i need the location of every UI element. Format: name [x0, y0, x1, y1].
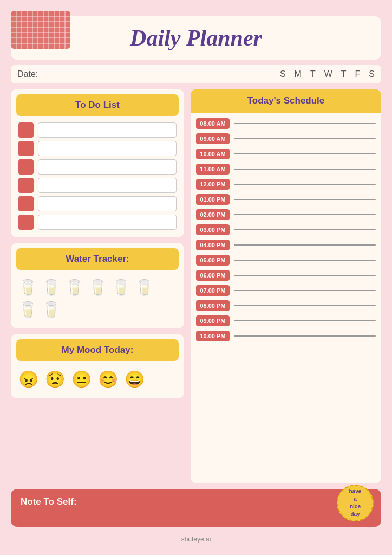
cup-1[interactable]: 🥛 [18, 279, 37, 296]
cup-4[interactable]: 🥛 [88, 279, 107, 296]
schedule-row: 09.00 PM [191, 313, 381, 328]
left-column: To Do List [11, 89, 184, 483]
footer: shuteye.ai [11, 532, 381, 544]
todo-line-6[interactable] [38, 215, 177, 230]
time-0200pm: 02.00 PM [196, 209, 230, 220]
schedule-body: 08.00 AM 09.00 AM 10.00 AM 11.00 AM 12.0… [191, 113, 381, 483]
mood-section: My Mood Today: 😠 😟 😐 😊 😄 [11, 334, 184, 398]
time-0300pm: 03.00 PM [196, 224, 230, 235]
badge-line3: nice [350, 503, 361, 511]
cup-8[interactable]: 🥛 [42, 301, 61, 319]
nice-day-badge: have a nice day [337, 485, 374, 521]
mood-very-happy[interactable]: 😄 [125, 370, 145, 389]
time-1000am: 10.00 AM [196, 149, 230, 159]
schedule-row: 10.00 PM [191, 328, 381, 344]
schedule-line-0500[interactable] [234, 260, 376, 261]
schedule-row: 09.00 AM [191, 131, 381, 146]
schedule-row: 10.00 AM [191, 146, 381, 162]
days-row: S M T W T F S [280, 69, 375, 79]
day-M: M [295, 69, 302, 79]
badge-line4: day [350, 511, 360, 518]
schedule-section: Today's Schedule 08.00 AM 09.00 AM 10.00… [191, 89, 381, 483]
mood-happy[interactable]: 😊 [98, 370, 118, 389]
schedule-line-0900pm[interactable] [234, 320, 376, 321]
page-title: Daily Planner [130, 25, 262, 50]
schedule-row: 08.00 PM [191, 298, 381, 313]
schedule-row: 07.00 PM [191, 283, 381, 298]
schedule-line-0800pm[interactable] [234, 305, 376, 306]
cup-3[interactable]: 🥛 [65, 279, 84, 296]
schedule-line-1000pm[interactable] [234, 335, 376, 337]
mood-header: My Mood Today: [16, 339, 179, 361]
schedule-row: 03.00 PM [191, 222, 381, 237]
todo-line-4[interactable] [38, 178, 177, 193]
time-0600pm: 06.00 PM [196, 270, 230, 281]
schedule-line-0300[interactable] [234, 229, 376, 230]
todo-header: To Do List [16, 94, 179, 116]
schedule-line-0700[interactable] [234, 290, 376, 291]
time-0800am: 08.00 AM [196, 118, 230, 129]
day-T1: T [310, 69, 316, 79]
time-0900am: 09.00 AM [196, 133, 230, 144]
schedule-row: 08.00 AM [191, 116, 381, 131]
schedule-row: 01.00 PM [191, 192, 381, 207]
time-1200pm: 12.00 PM [196, 179, 230, 190]
todo-checkbox-2[interactable] [18, 141, 34, 156]
todo-line-3[interactable] [38, 159, 177, 175]
schedule-line-0200[interactable] [234, 214, 376, 215]
grid-decoration [11, 11, 70, 49]
schedule-row: 04.00 PM [191, 237, 381, 253]
mood-angry[interactable]: 😠 [18, 370, 38, 389]
schedule-row: 06.00 PM [191, 268, 381, 283]
todo-section: To Do List [11, 89, 184, 237]
todo-item [18, 159, 177, 175]
schedule-line-1000[interactable] [234, 153, 376, 154]
todo-item [18, 141, 177, 156]
time-1100am: 11.00 AM [196, 164, 230, 175]
water-section: Water Tracker: 🥛 🥛 🥛 🥛 🥛 🥛 🥛 🥛 [11, 243, 184, 328]
cup-5[interactable]: 🥛 [112, 279, 130, 296]
schedule-line-1100[interactable] [234, 169, 376, 170]
time-0400pm: 04.00 PM [196, 240, 230, 250]
day-W: W [324, 69, 332, 79]
schedule-header: Today's Schedule [191, 89, 381, 113]
todo-checkbox-3[interactable] [18, 159, 34, 175]
main-content: To Do List [11, 89, 381, 483]
todo-line-1[interactable] [38, 122, 177, 138]
mood-emojis: 😠 😟 😐 😊 😄 [16, 365, 179, 393]
cup-6[interactable]: 🥛 [135, 279, 154, 296]
todo-checkbox-6[interactable] [18, 215, 34, 230]
time-1000pm: 10.00 PM [196, 331, 230, 341]
todo-line-2[interactable] [38, 141, 177, 156]
note-label: Note To Self: [21, 496, 77, 507]
date-label: Date: [17, 69, 38, 79]
todo-item [18, 178, 177, 193]
todo-checkbox-4[interactable] [18, 178, 34, 193]
mood-neutral[interactable]: 😐 [71, 370, 92, 389]
note-section: Note To Self: have a nice day [11, 489, 381, 527]
daily-planner-page: Daily Planner Date: S M T W T F S To Do … [11, 11, 381, 544]
schedule-line-0800[interactable] [234, 123, 376, 124]
day-S1: S [280, 69, 286, 79]
todo-line-5[interactable] [38, 196, 177, 211]
todo-item [18, 122, 177, 138]
todo-checkbox-1[interactable] [18, 122, 34, 138]
day-T2: T [341, 69, 347, 79]
cup-2[interactable]: 🥛 [42, 279, 61, 296]
time-0800pm: 08.00 PM [196, 300, 230, 311]
badge-line2: a [354, 495, 357, 503]
cup-7[interactable]: 🥛 [18, 301, 37, 319]
todo-item [18, 215, 177, 230]
schedule-line-0100[interactable] [234, 199, 376, 200]
schedule-line-0900[interactable] [234, 138, 376, 139]
schedule-line-1200[interactable] [234, 184, 376, 185]
schedule-line-0400[interactable] [234, 244, 376, 246]
day-F: F [355, 69, 361, 79]
schedule-row: 12.00 PM [191, 177, 381, 192]
date-row: Date: S M T W T F S [11, 65, 381, 83]
todo-checkbox-5[interactable] [18, 196, 34, 211]
mood-sad[interactable]: 😟 [45, 370, 65, 389]
todo-item [18, 196, 177, 211]
schedule-line-0600[interactable] [234, 275, 376, 276]
day-S2: S [369, 69, 375, 79]
